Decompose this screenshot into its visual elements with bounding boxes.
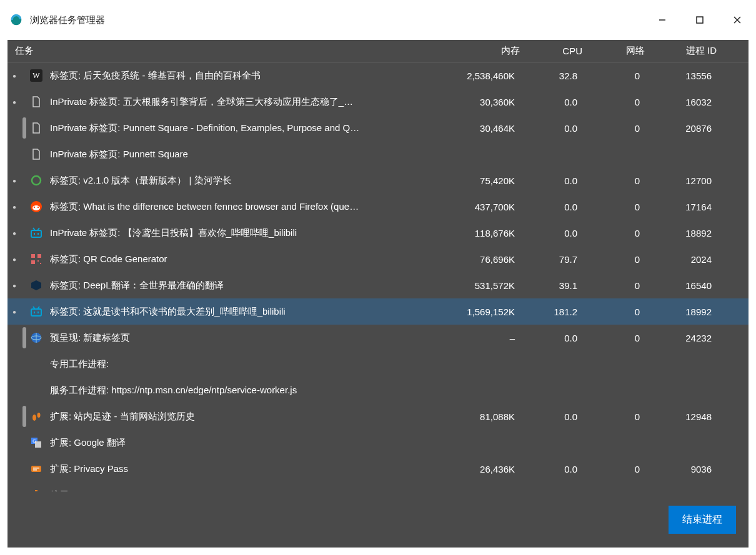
cell-pid: 9036 (646, 464, 718, 474)
task-row[interactable]: ●标签页: 这就是读书和不读书的最大差别_哔哩哔哩_bilibili1,569,… (7, 298, 749, 325)
task-list[interactable]: ●W标签页: 后天免疫系统 - 维基百科，自由的百科全书2,538,460K32… (7, 62, 749, 491)
svg-point-10 (34, 207, 35, 208)
header-task[interactable]: 任务 (7, 45, 445, 57)
task-row[interactable]: 预呈现: 新建标签页–0.0024232 (7, 325, 749, 351)
header-cpu[interactable]: CPU (526, 46, 589, 56)
svg-rect-17 (31, 254, 35, 258)
svg-rect-19 (31, 260, 35, 264)
cell-pid: 24232 (646, 333, 718, 343)
cell-mem: 1,569,152K (440, 307, 521, 317)
window-controls (644, 0, 756, 40)
group-indicator (21, 62, 26, 89)
task-name: 扩展: Google 翻译 (50, 437, 440, 449)
svg-rect-23 (31, 309, 41, 316)
cell-cpu: 0.0 (521, 202, 584, 212)
task-row[interactable]: ●InPrivate 标签页: 五大根服务引擎背后，全球第三大移动应用生态稳了_… (7, 89, 749, 115)
header-memory[interactable]: 内存 (445, 45, 526, 57)
svg-point-30 (32, 415, 36, 421)
header-pid[interactable]: 进程 ID (651, 45, 723, 57)
svg-rect-2 (697, 17, 703, 23)
cell-cpu: 0.0 (521, 97, 584, 107)
cell-mem: 30,360K (440, 97, 521, 107)
page-icon (29, 94, 44, 109)
minimize-button[interactable] (644, 0, 681, 40)
task-row[interactable]: InPrivate 标签页: Punnett Square - Definiti… (7, 115, 749, 141)
cell-pid: 16540 (646, 280, 718, 291)
svg-marker-22 (31, 280, 41, 290)
ppass-icon (29, 461, 44, 476)
cell-mem: 437,700K (440, 202, 521, 212)
cell-net: 0 (584, 464, 646, 474)
svg-point-31 (37, 413, 41, 418)
task-row[interactable]: 专用工作进程: (7, 351, 749, 377)
svg-rect-37 (33, 469, 37, 471)
svg-text:W: W (32, 71, 40, 80)
task-name: 预呈现: 新建标签页 (50, 332, 440, 344)
bili-icon (29, 225, 44, 240)
cell-mem: 531,572K (440, 280, 521, 291)
row-bullet: ● (7, 308, 21, 315)
cell-cpu: 32.8 (521, 71, 584, 81)
task-row[interactable]: ●InPrivate 标签页: 【泠鸢生日投稿】喜欢你_哔哩哔哩_bilibil… (7, 220, 749, 246)
task-row[interactable]: ●标签页: What is the difference between fen… (7, 194, 749, 220)
svg-point-9 (32, 205, 40, 210)
svg-rect-12 (31, 230, 41, 237)
task-row[interactable]: ●标签页: QR Code Generator76,696K79.702024 (7, 246, 749, 272)
row-bullet: ● (7, 204, 21, 210)
task-row[interactable]: InPrivate 标签页: Punnett Square (7, 141, 749, 167)
close-button[interactable] (719, 0, 756, 40)
row-bullet: ● (7, 99, 21, 106)
task-row[interactable]: ●标签页: DeepL翻译：全世界最准确的翻译531,572K39.101654… (7, 272, 749, 298)
cell-net: 0 (584, 97, 646, 107)
row-bullet: ● (7, 72, 21, 79)
svg-point-11 (37, 207, 39, 208)
task-name: 标签页: QR Code Generator (50, 253, 440, 265)
task-row[interactable]: 扩展: 站内足迹 - 当前网站浏览历史81,088K0.0012948 (7, 403, 749, 430)
cell-mem: 2,538,460K (440, 71, 521, 81)
end-process-button[interactable]: 结束进程 (669, 506, 736, 534)
cell-net: 0 (584, 71, 646, 81)
task-name: 标签页: DeepL翻译：全世界最准确的翻译 (50, 280, 440, 292)
task-row[interactable]: ●W标签页: 后天免疫系统 - 维基百科，自由的百科全书2,538,460K32… (7, 62, 749, 89)
edge-icon (10, 14, 22, 26)
row-bullet: ● (7, 282, 21, 289)
row-bullet: ● (7, 230, 21, 237)
group-indicator (21, 325, 26, 351)
task-name: 专用工作进程: (50, 358, 440, 370)
group-indicator (21, 298, 26, 325)
task-name: 扩展: 站内足迹 - 当前网站浏览历史 (50, 411, 440, 423)
cell-mem: 75,420K (440, 175, 521, 186)
svg-rect-20 (37, 260, 39, 262)
svg-rect-21 (40, 263, 41, 264)
cell-net: 0 (584, 175, 646, 186)
task-name: InPrivate 标签页: 五大根服务引擎背后，全球第三大移动应用生态稳了_… (50, 96, 440, 108)
row-bullet: ● (7, 256, 21, 263)
task-name: InPrivate 标签页: Punnett Square - Definiti… (50, 122, 440, 134)
cell-mem: 76,696K (440, 254, 521, 265)
cell-net: 0 (584, 333, 646, 343)
footer: 结束进程 (7, 491, 749, 548)
task-row[interactable]: G扩展: Google 翻译 (7, 430, 749, 456)
cell-cpu: 0.0 (521, 123, 584, 134)
page-icon (29, 120, 44, 135)
cell-pid: 12948 (646, 411, 718, 422)
cell-pid: 18892 (646, 228, 718, 238)
bili-icon (29, 304, 44, 319)
task-row[interactable]: ●标签页: v2.1.0 版本（最新版本） | 染河学长75,420K0.001… (7, 167, 749, 194)
cell-net: 0 (584, 254, 646, 265)
cell-cpu: 181.2 (521, 307, 584, 317)
cell-cpu: 0.0 (521, 175, 584, 186)
reddit-icon (29, 199, 44, 214)
header-network[interactable]: 网络 (589, 45, 651, 57)
group-indicator (21, 482, 26, 491)
task-row[interactable]: 扩展: Privacy Pass26,436K0.009036 (7, 456, 749, 482)
cell-net: 0 (584, 123, 646, 134)
globe-icon (29, 330, 44, 345)
none-icon (29, 383, 44, 398)
task-row[interactable]: 服务工作进程: https://ntp.msn.cn/edge/ntp/serv… (7, 377, 749, 403)
task-row[interactable]: 扩展: ClearURLs (7, 482, 749, 491)
feet-icon (29, 409, 44, 424)
cell-pid: 13556 (646, 71, 718, 81)
maximize-button[interactable] (681, 0, 719, 40)
cell-mem: 30,464K (440, 123, 521, 134)
